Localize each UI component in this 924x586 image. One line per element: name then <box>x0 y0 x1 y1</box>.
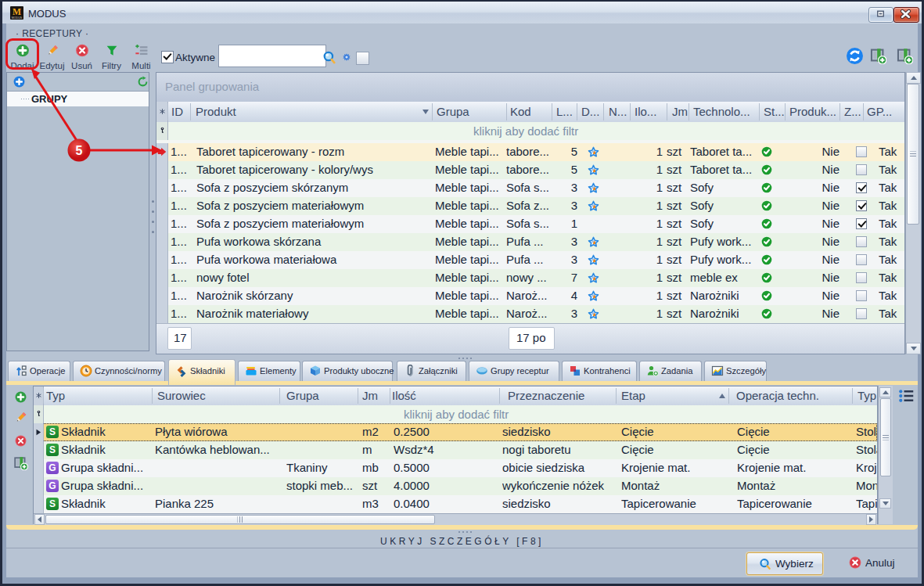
column-separator[interactable] <box>279 388 280 404</box>
column-separator[interactable] <box>390 388 390 404</box>
tree-expander[interactable] <box>21 99 30 99</box>
component-row-1[interactable]: SSkładnikKantówka heblowan...mWsdz*4nogi… <box>34 441 877 459</box>
product-row-2[interactable]: 1...Sofa z poszyciem skórzanymMeble tapi… <box>156 179 904 197</box>
tree-item-grupy[interactable]: GRUPY <box>7 92 149 106</box>
component-row-4[interactable]: SSkładnikPianka 225m30.0400siedziskoTapi… <box>34 495 877 513</box>
column-header-1[interactable]: Produkt <box>196 105 236 118</box>
tab-operacje[interactable]: Operacje <box>8 361 70 381</box>
product-row-7[interactable]: 1...nowy fotelMeble tapi...nowy ...7 1sz… <box>156 269 904 287</box>
delete-component-icon[interactable] <box>15 435 27 447</box>
column-header-0[interactable]: ID <box>171 105 183 118</box>
column-separator[interactable] <box>630 103 631 120</box>
filter-hint[interactable]: kliknij aby dodać filtr <box>473 124 578 138</box>
component-row-3[interactable]: GGrupa składni...stopki meb...szt4.0000w… <box>34 477 877 495</box>
tab-czynnosci[interactable]: Czynności/normy <box>73 361 165 381</box>
tab-skladniki[interactable]: Składniki <box>168 359 235 385</box>
component-row-2[interactable]: GGrupa składni...Tkaninymb0.5000obicie s… <box>34 459 877 477</box>
z-checkbox[interactable] <box>856 164 867 175</box>
column-separator[interactable] <box>667 103 667 120</box>
gear-icon[interactable] <box>342 52 351 62</box>
add-component-icon[interactable] <box>15 391 27 403</box>
column-header-11[interactable]: Produk... <box>789 105 836 118</box>
column-separator[interactable] <box>432 103 433 120</box>
column-separator[interactable] <box>689 103 689 120</box>
column-separator[interactable] <box>552 103 552 120</box>
add-column-icon[interactable] <box>870 48 886 64</box>
search-input[interactable] <box>218 45 326 67</box>
close-button[interactable] <box>893 7 919 23</box>
tab-kontrahenci[interactable]: Kontrahenci <box>562 361 637 381</box>
product-row-4[interactable]: 1...Sofa z poszyciem materiałowymMeble t… <box>156 215 904 233</box>
select-all-icon[interactable] <box>159 108 166 115</box>
product-row-9[interactable]: 1...Narożnik materiałowyMeble tapi...Nar… <box>156 305 904 323</box>
column-separator[interactable] <box>785 103 786 120</box>
scroll-down-button[interactable] <box>906 343 921 354</box>
column-separator[interactable] <box>577 103 577 120</box>
add-column-detail-icon[interactable] <box>13 456 28 470</box>
tab-zalaczniki[interactable]: Załączniki <box>397 361 466 381</box>
product-row-0[interactable]: 1...Taboret tapicerowany - rozmMeble tap… <box>156 143 904 161</box>
component-row-0[interactable]: SSkładnikPłyta wiórowam20.2500siedziskoC… <box>34 423 877 441</box>
scroll-down-button[interactable] <box>879 498 891 509</box>
z-checkbox[interactable] <box>856 254 867 265</box>
column-separator[interactable] <box>358 388 358 404</box>
toolbar-button-multi[interactable]: Multi <box>127 41 156 70</box>
column-header-12[interactable]: Z... <box>844 105 861 118</box>
filter-row[interactable]: kliknij aby dodać filtr <box>156 122 904 140</box>
z-checkbox[interactable] <box>856 200 867 211</box>
z-checkbox[interactable] <box>856 272 867 283</box>
column-header-3[interactable]: Kod <box>510 105 531 118</box>
search-icon[interactable] <box>322 50 336 65</box>
scroll-up-button[interactable] <box>879 387 891 397</box>
toolbar-button-filter[interactable]: Filtry <box>97 41 126 70</box>
column-header-8[interactable]: Jm <box>672 105 688 118</box>
column-separator[interactable] <box>499 388 500 404</box>
option-checkbox[interactable] <box>356 52 369 65</box>
scrollbar-thumb[interactable] <box>880 398 891 476</box>
column-header-5[interactable]: D... <box>581 105 599 118</box>
tab-zadania[interactable]: Zadania <box>639 361 702 381</box>
column-separator[interactable] <box>190 103 191 120</box>
column-separator[interactable] <box>152 388 153 404</box>
z-checkbox[interactable] <box>856 290 867 301</box>
group-panel[interactable]: Panel grupowania <box>156 73 904 102</box>
column-header-6[interactable]: N... <box>609 105 627 118</box>
z-checkbox[interactable] <box>856 182 867 193</box>
tab-produkty[interactable]: Produkty uboczne <box>302 361 393 381</box>
detail-column-header-7[interactable]: Operacja techn. <box>736 389 819 402</box>
detail-v-scrollbar[interactable] <box>878 386 893 524</box>
select-button[interactable]: Wybierz <box>746 552 823 575</box>
product-row-5[interactable]: 1...Pufa workowa skórzanaMeble tapi...Pu… <box>156 233 904 251</box>
aktywne-checkbox[interactable] <box>161 51 174 63</box>
refresh-groups-icon[interactable] <box>137 76 149 88</box>
detail-column-header-0[interactable]: Typ <box>46 389 65 402</box>
detail-filter-row[interactable]: kliknij aby dodać filtr <box>34 405 877 423</box>
toolbar-button-delete[interactable]: Usuń <box>67 41 96 70</box>
column-separator[interactable] <box>43 388 44 404</box>
product-row-8[interactable]: 1...Narożnik skórzanyMeble tapi...Naroż.… <box>156 287 904 305</box>
products-scrollbar[interactable] <box>905 72 921 354</box>
select-all-icon[interactable] <box>35 392 42 399</box>
hide-details-bar[interactable]: UKRYJ SZCZEGÓŁY [F8] <box>6 530 918 548</box>
tab-szczegoly[interactable]: Szczegóły <box>704 361 767 381</box>
column-separator[interactable] <box>863 103 864 120</box>
scroll-left-button[interactable] <box>34 514 45 525</box>
column-separator[interactable] <box>603 103 604 120</box>
cancel-button[interactable]: Anuluj <box>845 554 900 574</box>
column-header-10[interactable]: St... <box>764 105 785 118</box>
column-separator[interactable] <box>506 103 507 120</box>
product-row-3[interactable]: 1...Sofa z poszyciem materiałowymMeble t… <box>156 197 904 215</box>
refresh-icon[interactable] <box>847 48 863 64</box>
detail-column-header-5[interactable]: Przeznaczenie <box>508 389 584 402</box>
column-separator[interactable] <box>616 388 617 404</box>
column-header-7[interactable]: Ilo... <box>635 105 656 118</box>
add-group-icon[interactable] <box>13 76 25 88</box>
column-separator[interactable] <box>759 103 760 120</box>
z-checkbox[interactable] <box>856 308 867 319</box>
row-states-icon[interactable] <box>897 388 915 404</box>
z-checkbox[interactable] <box>856 146 867 157</box>
scroll-up-button[interactable] <box>906 72 921 84</box>
detail-column-header-6[interactable]: Etap <box>621 389 645 402</box>
column-separator[interactable] <box>728 388 729 404</box>
detail-h-scrollbar[interactable] <box>34 513 877 525</box>
